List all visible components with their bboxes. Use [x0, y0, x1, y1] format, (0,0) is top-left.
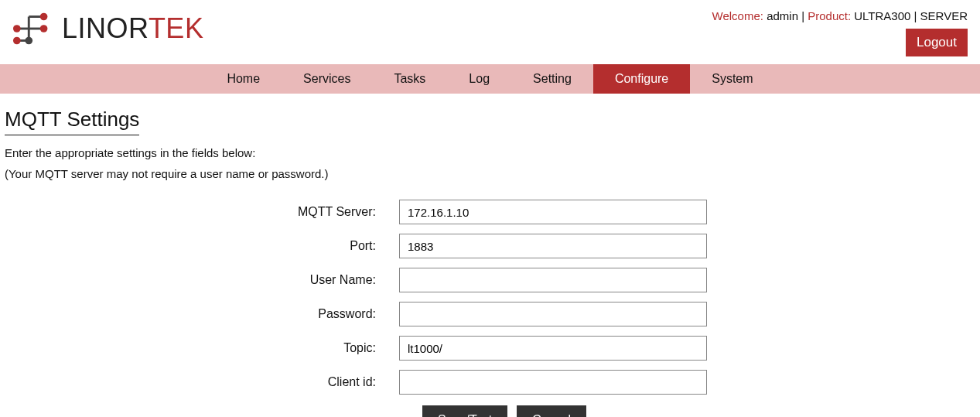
row-username: User Name: [5, 268, 974, 292]
label-password: Password: [5, 307, 399, 321]
user-name: admin [767, 9, 798, 22]
save-test-button[interactable]: Save/Test [422, 405, 507, 417]
logo: LINORTEK [12, 6, 203, 51]
intro-line-2: (Your MQTT server may not require a user… [5, 166, 974, 183]
input-clientid[interactable] [399, 370, 707, 395]
nav-setting[interactable]: Setting [511, 64, 593, 94]
label-port: Port: [5, 239, 399, 253]
svg-point-6 [40, 25, 48, 32]
intro-line-1: Enter the appropriate settings in the fi… [5, 145, 974, 162]
nav-system[interactable]: System [690, 64, 774, 94]
nav-log[interactable]: Log [447, 64, 511, 94]
input-port[interactable] [399, 234, 707, 258]
label-topic: Topic: [5, 341, 399, 355]
svg-point-9 [25, 37, 32, 45]
svg-point-7 [13, 25, 21, 32]
header: LINORTEK Welcome: admin | Product: ULTRA… [0, 0, 980, 56]
input-password[interactable] [399, 302, 707, 326]
row-server: MQTT Server: [5, 200, 974, 224]
row-topic: Topic: [5, 336, 974, 361]
input-topic[interactable] [399, 336, 707, 361]
button-row: Save/Test Cancel [422, 405, 974, 417]
main-nav: Home Services Tasks Log Setting Configur… [0, 64, 980, 94]
label-username: User Name: [5, 273, 399, 287]
product-label: Product: [808, 9, 854, 22]
logo-text: LINORTEK [62, 12, 203, 45]
nav-services[interactable]: Services [282, 64, 372, 94]
input-server[interactable] [399, 200, 707, 224]
nav-home[interactable]: Home [205, 64, 282, 94]
product-name: ULTRA300 [854, 9, 910, 22]
row-clientid: Client id: [5, 370, 974, 395]
nav-configure[interactable]: Configure [593, 64, 690, 94]
nav-tasks[interactable]: Tasks [372, 64, 447, 94]
page-title: MQTT Settings [5, 108, 139, 135]
mqtt-form: MQTT Server: Port: User Name: Password: … [5, 200, 974, 417]
welcome-label: Welcome: [712, 9, 767, 22]
cancel-button[interactable]: Cancel [517, 405, 586, 417]
row-port: Port: [5, 234, 974, 258]
label-server: MQTT Server: [5, 205, 399, 219]
logout-button[interactable]: Logout [906, 29, 968, 56]
header-right: Welcome: admin | Product: ULTRA300 | SER… [712, 6, 968, 56]
row-password: Password: [5, 302, 974, 326]
mode: SERVER [920, 9, 968, 22]
content: MQTT Settings Enter the appropriate sett… [0, 94, 980, 417]
svg-point-5 [40, 13, 48, 21]
label-clientid: Client id: [5, 375, 399, 389]
svg-point-8 [13, 37, 21, 45]
header-user-product: Welcome: admin | Product: ULTRA300 | SER… [712, 9, 968, 22]
logo-icon [12, 6, 57, 51]
input-username[interactable] [399, 268, 707, 292]
